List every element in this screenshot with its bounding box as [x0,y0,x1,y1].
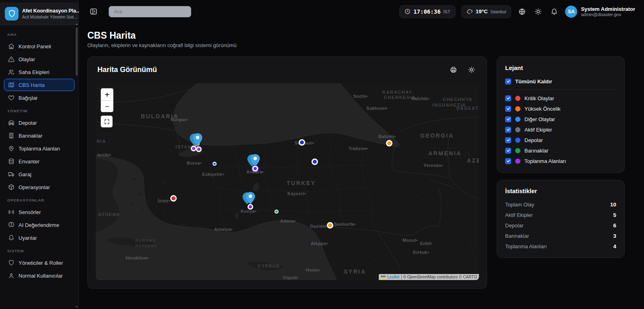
scrollbar-thumb[interactable] [76,27,78,76]
app-root: Afet Koordinasyon Pla... Acil Müdahale Y… [0,0,644,309]
brain-icon [8,222,14,228]
language-globe-icon[interactable] [517,6,527,17]
legend-item-bar-naklar[interactable]: Barınaklar [505,145,616,156]
sidebar-item-operasyonlar[interactable]: Operasyonlar [4,181,74,193]
depot-ankara-marker[interactable] [252,166,258,171]
avatar[interactable]: SA [565,6,577,18]
sidebar-item-uyar-lar[interactable]: Uyarılar [4,232,74,244]
clock-time: 17:06:36 [413,8,440,15]
sidebar-item-label: Yöneticiler & Roller [19,260,63,266]
topbar: 17:06:36 İST 19°C İstanbul SA System Adm… [79,0,644,23]
search-input[interactable] [109,6,191,17]
checkbox-checked-icon[interactable] [505,127,511,133]
sidebar-item-sens-rler[interactable]: Sensörler [4,206,74,218]
user-menu[interactable]: SA System Administrator admin@disaster.g… [565,6,635,18]
radio-icon [8,209,14,215]
fullscreen-button[interactable] [101,115,113,128]
zoom-out-button[interactable]: − [101,100,113,112]
sidebar-item-label: Operasyonlar [19,184,50,190]
legend-toggle-all[interactable]: Tümünü Kaldır [505,76,616,87]
legend-item-depolar[interactable]: Depolar [505,135,616,145]
statistics-panel: İstatistikler Toplam Olay10Aktif Ekipler… [497,180,625,258]
sidebar-item-label: Normal Kullanıcılar [19,273,63,279]
stat-row-bar-naklar: Barınaklar3 [505,231,616,241]
section-label-sistem: SISTEM [4,245,74,256]
page-subtitle: Olayların, ekiplerin ve kaynakların coğr… [87,42,237,48]
depot-northeast-marker[interactable] [312,159,318,165]
notifications-bell-icon[interactable] [549,6,559,17]
app-subtitle: Acil Müdahale Yönetim Sist... [22,14,80,19]
sidebar: Afet Koordinasyon Pla... Acil Müdahale Y… [0,0,79,309]
package-icon [8,184,14,190]
map-theme-sun-icon[interactable] [466,64,477,75]
legend-item-label: Depolar [524,137,543,143]
checkbox-checked-icon[interactable] [505,106,511,112]
sidebar-item-bar-naklar[interactable]: Barınaklar [4,130,74,142]
sidebar-item-label: Olaylar [19,56,35,62]
statistics-rows: Toplam Olay10Aktif Ekipler5Depolar6Barın… [505,199,616,251]
legend-item-aktif-ekipler[interactable]: Aktif Ekipler [505,124,616,135]
scroll-down-arrow[interactable]: ▼ [75,305,78,308]
scroll-up-arrow[interactable]: ▲ [75,23,78,25]
legend-color-dot [515,127,520,132]
legend-item-toplanma-alanlar[interactable]: Toplanma Alanları [505,156,616,166]
stat-value: 10 [610,202,616,208]
shelter-central-marker[interactable] [275,210,279,214]
legend-item-kritik-olaylar[interactable]: Kritik Olaylar [505,93,616,103]
sidebar-item-envanter[interactable]: Envanter [4,155,74,167]
sidebar-item-toplanma-alanlar[interactable]: Toplanma Alanları [4,142,74,154]
checkbox-checked-icon[interactable] [505,78,511,84]
leaflet-map[interactable]: BULGARIABurgas•NIAloniki•ISTANBULBursa•E… [96,83,479,280]
sidebar-item-normal-kullan-c-lar[interactable]: Normal Kullanıcılar [4,270,74,282]
sidebar-item-cbs-harita[interactable]: CBS Harita [4,79,74,91]
gathering-area-konya-marker[interactable] [248,204,253,210]
gathering-area-istanbul-1-marker[interactable] [191,146,196,151]
checkbox-checked-icon[interactable] [505,158,511,164]
map-pin-icon [8,145,14,152]
legend-item-y-ksek-ncelik[interactable]: Yüksek Öncelik [505,103,616,114]
map-zoom-control: + − [101,88,114,112]
sidebar-item-garaj[interactable]: Garaj [4,168,74,180]
stat-row-toplam-olay: Toplam Olay10 [505,199,616,210]
legend-color-dot [515,138,520,143]
sidebar-item-ba-lar[interactable]: Bağışlar [4,92,74,104]
checkbox-checked-icon[interactable] [505,116,511,122]
depot-eskisehir-marker[interactable] [213,162,217,166]
checkbox-checked-icon[interactable] [505,137,511,143]
checkbox-checked-icon[interactable] [505,148,511,154]
map-icon [8,82,14,88]
sidebar-item-y-neticiler-roller[interactable]: Yöneticiler & Roller [4,257,74,269]
home-icon [8,43,14,49]
stat-value: 6 [613,222,616,229]
zoom-in-button[interactable]: + [101,89,113,100]
user-email: admin@disaster.gov [581,12,635,17]
stat-value: 5 [613,212,616,218]
stat-label: Aktif Ekipler [505,212,533,218]
legend-item-di-er-olaylar[interactable]: Diğer Olaylar [505,114,616,124]
theme-sun-icon[interactable] [533,6,543,17]
gathering-area-istanbul-2-marker[interactable] [196,146,202,152]
incident-high-batumi-marker[interactable] [386,140,392,146]
incident-high-gaziantep-marker[interactable] [327,222,333,229]
sidebar-item-label: Envanter [19,159,39,165]
sidebar-item-ai-de-erlendirme[interactable]: AI Değerlendirme [4,219,74,231]
sidebar-item-kontrol-paneli[interactable]: Kontrol Paneli [4,40,74,52]
sidebar-item-depolar[interactable]: Depolar [4,117,74,129]
users-icon [8,69,14,75]
sidebar-item-saha-ekipleri[interactable]: Saha Ekipleri [4,66,74,78]
basemap [96,83,479,280]
weather-drizzle-icon [466,8,473,15]
leaflet-link[interactable]: Leaflet [387,275,399,279]
sidebar-item-olaylar[interactable]: Olaylar [4,53,74,65]
depot-samsun-marker[interactable] [299,139,305,146]
legend-panel: Lejant Tümünü Kaldır Kritik OlaylarYükse… [497,56,625,173]
sidebar-scrollbar[interactable]: ▲ ▼ [75,24,78,307]
weather-temp: 19°C [476,8,488,14]
section-label-ana: ANA [4,28,74,39]
divider [505,89,616,90]
incident-critical-izmir-marker[interactable] [170,195,177,202]
checkbox-checked-icon[interactable] [505,95,511,101]
sidebar-collapse-icon[interactable] [90,8,97,15]
sidebar-item-label: Uyarılar [19,235,37,241]
print-icon[interactable] [448,64,459,75]
